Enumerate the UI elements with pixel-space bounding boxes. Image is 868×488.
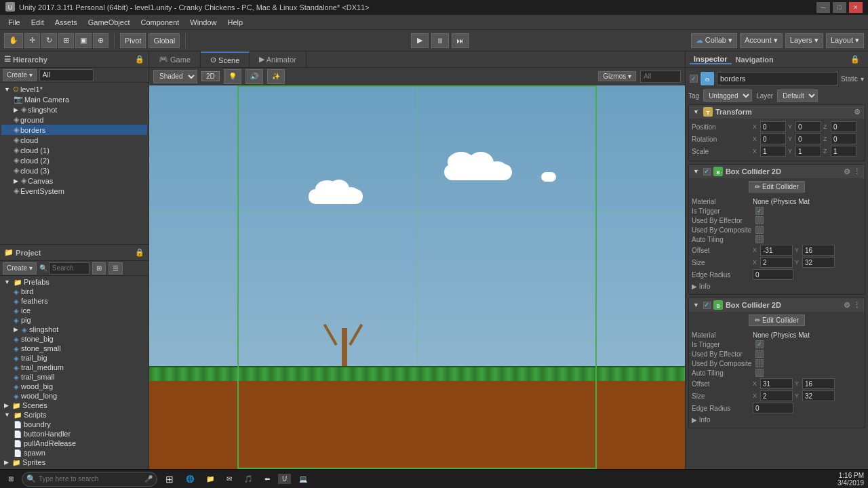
collider1-enable[interactable]	[703, 168, 711, 176]
layout-button[interactable]: Layout ▾	[826, 33, 864, 48]
edge-radius1-input[interactable]: 0	[753, 269, 793, 280]
menu-window[interactable]: Window	[184, 17, 222, 28]
global-button[interactable]: Global	[149, 33, 180, 48]
proj-boundry[interactable]: 📄 boundry	[1, 420, 147, 429]
size2-y-input[interactable]: 32	[802, 390, 835, 401]
scene-lighting-btn[interactable]: 💡	[224, 69, 241, 84]
hier-cloud1[interactable]: ◈ cloud (1)	[1, 145, 147, 155]
layers-button[interactable]: Layers ▾	[785, 33, 823, 48]
hier-canvas[interactable]: ▶ ◈ Canvas	[1, 176, 147, 186]
transform-tool[interactable]: ⊕	[93, 33, 108, 48]
size1-x-input[interactable]: 2	[760, 257, 793, 268]
taskbar-vs[interactable]: 💻	[295, 474, 311, 484]
rotation-y-input[interactable]: 0	[795, 134, 821, 144]
scene-audio-btn[interactable]: 🔊	[245, 69, 263, 84]
taskbar-back[interactable]: ⬅	[260, 474, 274, 484]
transform-header[interactable]: ▼ T Transform ⚙	[689, 105, 865, 119]
step-button[interactable]: ⏭	[452, 33, 469, 48]
taskbar-music[interactable]: 🎵	[240, 474, 256, 484]
menu-edit[interactable]: Edit	[26, 17, 50, 28]
hier-cloud[interactable]: ◈ cloud	[1, 135, 147, 145]
rotate-tool[interactable]: ↻	[41, 33, 57, 48]
hier-level1[interactable]: ▼ ⊙ level1*	[1, 84, 147, 94]
move-tool[interactable]: ✛	[24, 33, 40, 48]
taskbar-search-input[interactable]	[39, 475, 142, 483]
hierarchy-search[interactable]	[39, 69, 94, 81]
proj-trail-small[interactable]: ◈ trail_small	[1, 372, 147, 382]
layer-dropdown[interactable]: Default	[777, 89, 818, 102]
scene-search-input[interactable]	[640, 70, 681, 83]
size2-x-input[interactable]: 2	[760, 390, 793, 401]
proj-bird[interactable]: ◈ bird	[1, 287, 147, 296]
project-list-btn[interactable]: ☰	[108, 262, 123, 274]
tab-navigation[interactable]: Navigation	[732, 56, 778, 64]
offset2-x-input[interactable]: 31	[760, 378, 793, 389]
hier-cloud3[interactable]: ◈ cloud (3)	[1, 165, 147, 176]
collab-button[interactable]: ☁ Collab ▾	[691, 33, 737, 48]
is-trigger2-checkbox[interactable]	[755, 340, 764, 348]
scale-z-input[interactable]: 1	[831, 146, 856, 157]
project-lock[interactable]: 🔒	[135, 248, 144, 257]
tab-inspector[interactable]: Inspector	[690, 55, 732, 64]
project-create-btn[interactable]: Create ▾	[3, 262, 37, 274]
hierarchy-lock[interactable]: 🔒	[135, 55, 144, 64]
pause-button[interactable]: ⏸	[431, 33, 449, 48]
edit-collider2-button[interactable]: ✏ Edit Collider	[749, 314, 805, 326]
menu-gameobject[interactable]: GameObject	[83, 17, 136, 28]
position-y-input[interactable]: 0	[795, 121, 821, 132]
proj-scenes-folder[interactable]: ▶ 📁 Scenes	[1, 401, 147, 410]
offset1-x-input[interactable]: -31	[760, 245, 793, 256]
taskbar-explorer[interactable]: 📁	[202, 474, 218, 484]
proj-scripts-folder[interactable]: ▼ 📁 Scripts	[1, 410, 147, 420]
used-by-effector1-checkbox[interactable]	[755, 216, 764, 224]
account-button[interactable]: Account ▾	[740, 33, 783, 48]
rect-tool[interactable]: ▣	[75, 33, 92, 48]
hierarchy-create-btn[interactable]: Create ▾	[3, 69, 37, 81]
rotation-z-input[interactable]: 0	[831, 134, 856, 144]
scale-tool[interactable]: ⊞	[58, 33, 74, 48]
proj-feathers[interactable]: ◈ feathers	[1, 296, 147, 306]
proj-spawn[interactable]: 📄 spawn	[1, 448, 147, 458]
taskbar-edge[interactable]: 🌐	[182, 474, 198, 484]
used-by-composite1-checkbox[interactable]	[755, 226, 764, 234]
scene-effects-btn[interactable]: ✨	[267, 69, 285, 84]
menu-help[interactable]: Help	[222, 17, 248, 28]
tab-scene[interactable]: ⊙ Scene	[201, 52, 250, 67]
offset2-y-input[interactable]: 16	[802, 378, 835, 389]
pivot-button[interactable]: Pivot	[120, 33, 146, 48]
used-by-composite2-checkbox[interactable]	[755, 359, 764, 367]
tag-dropdown[interactable]: Untagged	[703, 89, 752, 102]
shading-dropdown[interactable]: Shaded	[153, 70, 197, 83]
collider2-gear[interactable]: ⚙	[844, 301, 850, 310]
maximize-button[interactable]: □	[833, 2, 846, 13]
hier-maincamera[interactable]: 📷 Main Camera	[1, 94, 147, 104]
scale-x-input[interactable]: 1	[760, 146, 786, 157]
proj-sprites-folder[interactable]: ▶ 📁 Sprites	[1, 458, 147, 467]
collider1-gear[interactable]: ⚙	[844, 167, 850, 176]
proj-wood-long[interactable]: ◈ wood_long	[1, 391, 147, 401]
scene-viewport[interactable]	[149, 85, 685, 469]
menu-component[interactable]: Component	[135, 17, 184, 28]
is-trigger1-checkbox[interactable]	[755, 207, 764, 215]
collider2-dots[interactable]: ⋮	[853, 301, 861, 310]
position-x-input[interactable]: 0	[760, 121, 786, 132]
menu-assets[interactable]: Assets	[50, 17, 83, 28]
rotation-x-input[interactable]: 0	[760, 134, 786, 144]
collider1-dots[interactable]: ⋮	[853, 167, 861, 176]
proj-stone-small[interactable]: ◈ stone_small	[1, 344, 147, 353]
hier-ground[interactable]: ◈ ground	[1, 115, 147, 125]
gizmos-button[interactable]: Gizmos ▾	[598, 71, 636, 81]
proj-ice[interactable]: ◈ ice	[1, 306, 147, 315]
edge-radius2-input[interactable]: 0	[753, 403, 793, 413]
offset1-y-input[interactable]: 16	[802, 245, 835, 256]
taskbar-mail[interactable]: ✉	[222, 474, 236, 484]
proj-pig[interactable]: ◈ pig	[1, 315, 147, 325]
proj-buttonhandler[interactable]: 📄 buttonHandler	[1, 429, 147, 439]
tab-game[interactable]: 🎮 Game	[149, 52, 201, 67]
start-button[interactable]: ⊞	[4, 474, 18, 484]
auto-tiling1-checkbox[interactable]	[755, 235, 764, 243]
transform-gear[interactable]: ⚙	[854, 108, 861, 117]
hier-cloud2[interactable]: ◈ cloud (2)	[1, 155, 147, 165]
proj-trail-big[interactable]: ◈ trail_big	[1, 353, 147, 363]
menu-file[interactable]: File	[3, 17, 26, 28]
